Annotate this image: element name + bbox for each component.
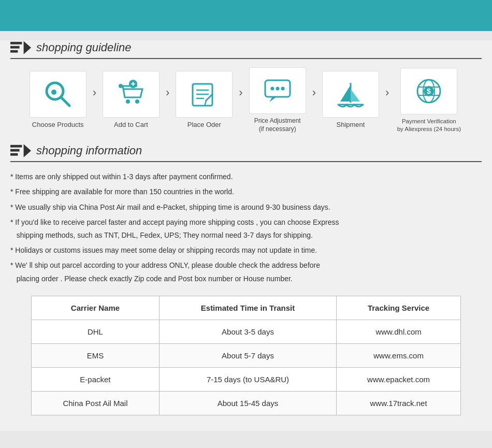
step-label-6: Payment Verification by Aliexpress (24 h… xyxy=(397,118,461,133)
chat-icon xyxy=(262,75,293,106)
table-header-row: Carrier Name Estimated Time in Transit T… xyxy=(32,296,461,320)
step-label-1: Choose Products xyxy=(32,121,84,129)
svg-rect-1 xyxy=(10,46,20,49)
svg-point-24 xyxy=(281,87,284,91)
info-line-6: * We' ll ship out parcel according to yo… xyxy=(10,259,482,285)
col-carrier: Carrier Name xyxy=(32,296,160,320)
guideline-header: shopping guideline xyxy=(10,40,482,59)
info-title: shopping information xyxy=(36,144,142,157)
table-row: DHLAbout 3-5 dayswww.dhl.com xyxy=(32,320,461,343)
svg-marker-3 xyxy=(24,41,31,54)
svg-point-6 xyxy=(51,90,56,95)
table-row: China Post Ail MailAbout 15-45 dayswww.1… xyxy=(32,391,461,415)
table-cell: China Post Ail Mail xyxy=(32,391,160,415)
svg-point-23 xyxy=(276,87,279,91)
step-label-5: Shipment xyxy=(337,121,365,129)
step-payment-verification: $ Payment Verification by Aliexpress (24… xyxy=(390,68,468,133)
table-cell: www.epacket.com xyxy=(337,367,461,391)
table-cell: www.ems.com xyxy=(337,343,461,367)
table-cell: 7-15 days (to USA&RU) xyxy=(159,367,336,391)
info-header-icon xyxy=(10,143,31,158)
svg-rect-2 xyxy=(10,50,18,53)
info-line-3: * We usually ship via China Post Air mai… xyxy=(10,201,482,214)
top-banner xyxy=(0,0,492,31)
svg-marker-27 xyxy=(351,89,360,102)
cart-icon xyxy=(115,79,147,110)
info-line-4: * If you'd like to receive parcel faster… xyxy=(10,216,482,242)
info-line-1: * Items are only shipped out within 1-3 … xyxy=(10,170,482,183)
order-icon xyxy=(189,79,220,110)
step-box-6: $ xyxy=(400,68,457,114)
table-cell: EMS xyxy=(32,343,160,367)
table-cell: E-packet xyxy=(32,367,160,391)
step-shipment: Shipment xyxy=(317,71,384,129)
col-tracking: Tracking Service xyxy=(337,296,461,320)
arrow-2: › xyxy=(166,86,169,115)
svg-text:$: $ xyxy=(427,87,431,95)
table-cell: About 3-5 days xyxy=(159,320,336,343)
shipment-icon xyxy=(335,79,366,110)
step-box-4 xyxy=(249,67,306,114)
table-cell: www.dhl.com xyxy=(337,320,461,343)
svg-point-22 xyxy=(270,87,274,91)
svg-line-5 xyxy=(61,97,69,106)
header-icon xyxy=(10,40,31,55)
step-box-2 xyxy=(103,71,160,118)
step-box-5 xyxy=(322,71,379,118)
step-label-4: Price Adjustment (if necessary) xyxy=(254,117,301,133)
svg-marker-38 xyxy=(24,144,31,157)
arrow-4: › xyxy=(312,86,316,115)
svg-rect-36 xyxy=(10,149,20,152)
payment-icon: $ xyxy=(413,76,444,107)
info-header: shopping information xyxy=(10,143,482,162)
col-time: Estimated Time in Transit xyxy=(159,296,336,320)
table-cell: www.17track.net xyxy=(337,391,461,415)
step-price-adjustment: Price Adjustment (if necessary) xyxy=(244,67,311,133)
svg-rect-35 xyxy=(10,145,22,148)
info-text-block: * Items are only shipped out within 1-3 … xyxy=(10,170,482,285)
guideline-title: shopping guideline xyxy=(36,41,132,54)
step-box-1 xyxy=(30,71,86,118)
info-line-5: * Holidays or customs issues may meet so… xyxy=(10,244,482,257)
table-cell: About 5-7 days xyxy=(159,343,336,367)
svg-rect-37 xyxy=(10,153,18,156)
search-icon xyxy=(42,79,74,110)
shipping-table: Carrier Name Estimated Time in Transit T… xyxy=(31,296,461,415)
table-cell: About 15-45 days xyxy=(159,391,336,415)
svg-marker-26 xyxy=(340,85,351,102)
arrow-3: › xyxy=(239,86,242,115)
table-row: EMSAbout 5-7 dayswww.ems.com xyxy=(32,343,461,367)
step-label-3: Place Oder xyxy=(187,121,221,129)
svg-line-19 xyxy=(205,100,206,105)
table-row: E-packet7-15 days (to USA&RU)www.epacket… xyxy=(32,367,461,391)
step-choose-products: Choose Products xyxy=(24,71,92,129)
svg-point-10 xyxy=(135,99,139,104)
svg-rect-0 xyxy=(10,42,22,45)
step-add-cart: Add to Cart xyxy=(97,71,165,129)
table-cell: DHL xyxy=(32,320,160,343)
steps-container: Choose Products › Add to Cart › xyxy=(10,67,482,133)
info-line-2: * Free shipping are available for more t… xyxy=(10,185,482,198)
step-place-order: Place Oder xyxy=(170,71,238,129)
step-box-3 xyxy=(176,71,233,118)
arrow-1: › xyxy=(93,86,96,115)
svg-point-9 xyxy=(126,99,130,104)
svg-line-18 xyxy=(206,94,212,100)
arrow-5: › xyxy=(385,86,389,115)
step-label-2: Add to Cart xyxy=(114,121,148,129)
